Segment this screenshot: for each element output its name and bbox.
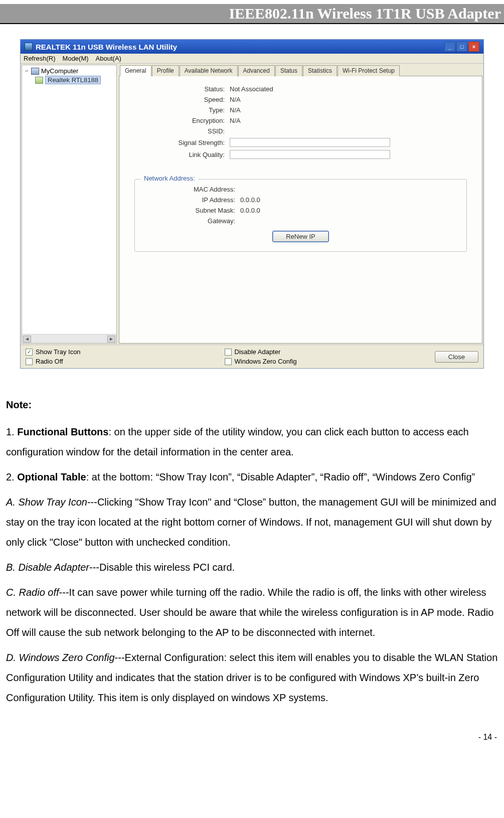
a-label: A. Show Tray Icon <box>6 497 87 508</box>
check-radio-off[interactable]: Radio Off <box>26 358 220 365</box>
menu-bar: Refresh(R) Mode(M) About(A) <box>21 54 483 64</box>
label-ssid: SSID: <box>164 127 230 135</box>
tree-horizontal-scrollbar[interactable]: ◄ ► <box>22 334 116 343</box>
renew-ip-button[interactable]: ReNew IP <box>272 231 329 242</box>
label-windows-zero: Windows Zero Config <box>235 358 297 365</box>
tab-profile[interactable]: Profile <box>152 65 179 76</box>
value-subnet: 0.0.0.0 <box>240 207 456 214</box>
label-disable-adapter: Disable Adapter <box>235 348 281 356</box>
label-show-tray: Show Tray Icon <box>36 348 81 356</box>
row-subnet: Subnet Mask: 0.0.0.0 <box>175 207 456 214</box>
b-rest: ---Disable this wireless PCI card. <box>89 562 235 573</box>
row-ip: IP Address: 0.0.0.0 <box>175 196 456 204</box>
link-quality-bar <box>230 150 390 159</box>
bottom-options-bar: ✓ Show Tray Icon Radio Off Disable Adapt… <box>21 345 483 368</box>
para-d: D. Windows Zero Config---External Config… <box>6 647 498 708</box>
checkbox-show-tray-icon[interactable]: ✓ <box>26 349 33 356</box>
para-c: C. Radio off---It can save power while t… <box>6 582 498 642</box>
label-speed: Speed: <box>164 96 230 103</box>
maximize-button[interactable]: □ <box>456 42 467 52</box>
row-link-quality: Link Quality: <box>164 150 467 159</box>
tree-root-label: MyComputer <box>41 67 78 75</box>
para-b: B. Disable Adapter---Disable this wirele… <box>6 557 498 577</box>
para-a: A. Show Tray Icon---Clicking "Show Tray … <box>6 492 498 552</box>
menu-refresh[interactable]: Refresh(R) <box>24 55 56 62</box>
tree-collapse-icon[interactable]: − <box>24 67 29 75</box>
adapter-icon <box>35 77 43 84</box>
tab-wps[interactable]: Wi-Fi Protect Setup <box>338 65 400 76</box>
tree-child-label: Realtek RTL8188 <box>45 76 101 84</box>
check-show-tray[interactable]: ✓ Show Tray Icon <box>26 348 220 356</box>
check-windows-zero[interactable]: Windows Zero Config <box>225 358 419 365</box>
tab-status[interactable]: Status <box>275 65 302 76</box>
window-title: REALTEK 11n USB Wireless LAN Utility <box>36 43 177 51</box>
value-speed: N/A <box>230 96 467 103</box>
computer-icon <box>31 68 39 75</box>
document-header: IEEE802.11n Wireless 1T1R USB Adapter <box>0 4 504 24</box>
p2-rest: : at the bottom: “Show Tray Icon”, “Disa… <box>86 471 475 482</box>
value-status: Not Associated <box>230 85 467 93</box>
row-gateway: Gateway: <box>175 217 456 225</box>
document-body: Note: 1. Functional Buttons: on the uppe… <box>0 379 504 708</box>
close-window-button[interactable]: × <box>468 42 479 52</box>
row-encryption: Encryption: N/A <box>164 117 467 124</box>
menu-about[interactable]: About(A) <box>96 55 121 62</box>
tab-general[interactable]: General <box>120 65 151 76</box>
value-encryption: N/A <box>230 117 467 124</box>
d-label: D. Windows Zero Config <box>6 652 115 663</box>
p2-bold: Optional Table <box>17 471 86 482</box>
label-link-quality: Link Quality: <box>164 151 230 158</box>
tabs-row: General Profile Available Network Advanc… <box>119 65 482 76</box>
p1-prefix: 1. <box>6 426 17 437</box>
device-tree-pane: − MyComputer Realtek RTL8188 ◄ ► <box>22 65 117 344</box>
minimize-button[interactable]: _ <box>444 42 455 52</box>
label-signal: Signal Strength: <box>164 139 230 146</box>
tree-root-row[interactable]: − MyComputer <box>24 67 114 75</box>
window-titlebar: REALTEK 11n USB Wireless LAN Utility _ □… <box>21 40 483 54</box>
checkbox-disable-adapter-icon[interactable] <box>225 349 232 356</box>
label-type: Type: <box>164 106 230 114</box>
para-optional-table: 2. Optional Table: at the bottom: “Show … <box>6 467 498 487</box>
p2-prefix: 2. <box>6 471 17 482</box>
value-ip: 0.0.0.0 <box>240 196 456 204</box>
label-mac: MAC Address: <box>175 186 240 193</box>
network-address-legend: Network Address: <box>141 175 198 182</box>
app-icon <box>25 43 33 51</box>
scroll-right-icon[interactable]: ► <box>107 336 115 343</box>
menu-mode[interactable]: Mode(M) <box>63 55 89 62</box>
main-pane: General Profile Available Network Advanc… <box>119 65 482 344</box>
row-mac: MAC Address: <box>175 186 456 193</box>
label-status: Status: <box>164 85 230 93</box>
check-disable-adapter[interactable]: Disable Adapter <box>225 348 419 356</box>
close-button[interactable]: Close <box>435 351 478 363</box>
note-heading: Note: <box>6 395 498 415</box>
tab-statistics[interactable]: Statistics <box>303 65 337 76</box>
network-address-group: Network Address: MAC Address: IP Address… <box>134 179 467 252</box>
checkbox-windows-zero-icon[interactable] <box>225 358 232 365</box>
header-title: IEEE802.11n Wireless 1T1R USB Adapter <box>229 5 501 22</box>
p1-bold: Functional Buttons <box>17 426 108 437</box>
label-gateway: Gateway: <box>175 217 240 225</box>
row-ssid: SSID: <box>164 127 467 135</box>
utility-window: REALTEK 11n USB Wireless LAN Utility _ □… <box>20 39 484 369</box>
row-signal: Signal Strength: <box>164 138 467 147</box>
tree-child-row[interactable]: Realtek RTL8188 <box>35 76 114 84</box>
row-type: Type: N/A <box>164 106 467 114</box>
value-type: N/A <box>230 106 467 114</box>
tab-available-network[interactable]: Available Network <box>180 65 238 76</box>
scroll-left-icon[interactable]: ◄ <box>23 336 31 343</box>
c-rest: ---It can save power while turning off t… <box>6 587 493 638</box>
label-ip: IP Address: <box>175 196 240 204</box>
row-status: Status: Not Associated <box>164 85 467 93</box>
signal-strength-bar <box>230 138 390 147</box>
label-subnet: Subnet Mask: <box>175 207 240 214</box>
tab-advanced[interactable]: Advanced <box>238 65 275 76</box>
c-label: C. Radio off <box>6 587 59 598</box>
b-label: B. Disable Adapter <box>6 562 89 573</box>
row-speed: Speed: N/A <box>164 96 467 103</box>
checkbox-radio-off-icon[interactable] <box>26 358 33 365</box>
label-radio-off: Radio Off <box>36 358 63 365</box>
page-number: - 14 - <box>0 713 504 747</box>
label-encryption: Encryption: <box>164 117 230 124</box>
para-functional-buttons: 1. Functional Buttons: on the upper side… <box>6 422 498 462</box>
